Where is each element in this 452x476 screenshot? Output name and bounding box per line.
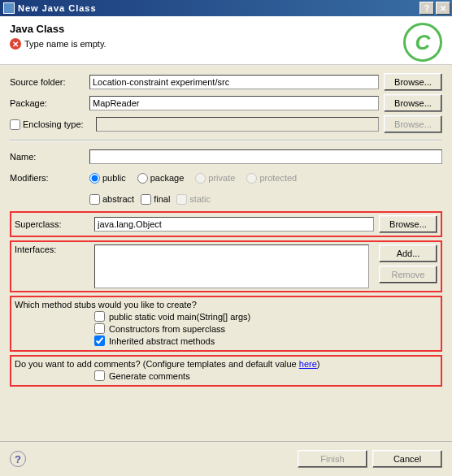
interfaces-add-button[interactable]: Add... (379, 244, 437, 262)
name-input[interactable] (89, 149, 442, 164)
error-icon: ✕ (10, 38, 21, 50)
stub-question: Which method stubs would you like to cre… (15, 300, 437, 309)
configure-here-link[interactable]: here (299, 359, 317, 369)
stub-main-checkbox[interactable] (94, 311, 105, 322)
package-input[interactable] (89, 96, 379, 110)
enclosing-type-browse-button: Browse... (384, 115, 442, 133)
window-title: New Java Class (18, 3, 418, 13)
modifier-package-radio[interactable] (137, 173, 148, 184)
help-icon[interactable]: ? (10, 451, 26, 467)
enclosing-type-label: Enclosing type: (23, 119, 84, 129)
close-button[interactable]: ✕ (436, 2, 450, 15)
comments-question: Do you want to add comments? (Configure … (15, 359, 437, 369)
modifier-abstract-checkbox[interactable] (89, 194, 100, 205)
stub-constructors-checkbox[interactable] (94, 323, 105, 334)
source-folder-label: Source folder: (10, 77, 89, 87)
help-button[interactable]: ? (419, 2, 434, 15)
modifier-final-checkbox[interactable] (141, 194, 151, 205)
error-text: Type name is empty. (24, 39, 106, 49)
cancel-button[interactable]: Cancel (372, 450, 442, 468)
modifier-protected-radio (246, 173, 257, 184)
source-folder-input[interactable] (89, 75, 379, 89)
superclass-browse-button[interactable]: Browse... (379, 215, 437, 233)
enclosing-type-checkbox[interactable] (10, 119, 20, 130)
page-title: Java Class (10, 23, 106, 35)
interfaces-remove-button: Remove (379, 266, 437, 283)
superclass-label: Superclass: (15, 219, 94, 229)
interfaces-list[interactable] (94, 244, 369, 288)
source-folder-browse-button[interactable]: Browse... (384, 73, 442, 91)
generate-comments-checkbox[interactable] (94, 370, 105, 381)
modifier-public-radio[interactable] (89, 173, 100, 184)
finish-button: Finish (298, 450, 367, 468)
stub-inherited-checkbox[interactable] (94, 335, 105, 346)
modifier-static-checkbox (176, 194, 187, 205)
titlebar: New Java Class ? ✕ (0, 0, 452, 16)
modifier-private-radio (195, 173, 206, 184)
modifiers-label: Modifiers: (10, 173, 89, 183)
package-label: Package: (10, 98, 89, 108)
package-browse-button[interactable]: Browse... (384, 94, 442, 112)
wizard-header: Java Class ✕ Type name is empty. C (0, 16, 452, 65)
enclosing-type-input (96, 117, 379, 132)
name-label: Name: (10, 152, 89, 162)
interfaces-label: Interfaces: (15, 244, 94, 254)
class-wizard-icon: C (403, 23, 442, 62)
superclass-input[interactable] (94, 217, 374, 232)
app-icon (3, 2, 15, 14)
